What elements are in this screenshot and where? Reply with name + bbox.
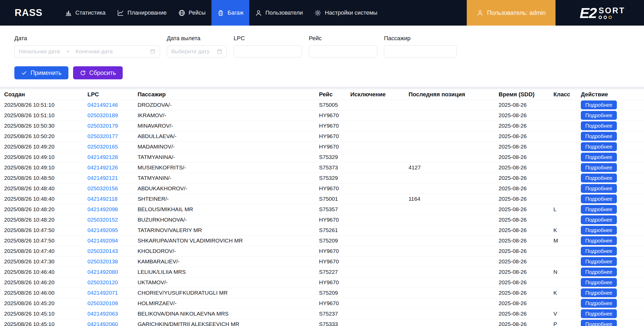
passenger-field: Пассажир [384, 35, 457, 57]
reset-icon [80, 70, 86, 76]
cell-exception [350, 110, 409, 121]
details-button[interactable]: Подробнее [581, 278, 617, 287]
cell-passenger: MUSIENKOFRITS/- [138, 162, 319, 173]
calendar-icon [217, 49, 222, 54]
lpc-link[interactable]: 0421492071 [87, 290, 118, 296]
flight-input[interactable] [309, 45, 377, 57]
details-button[interactable]: Подробнее [581, 288, 617, 297]
nav-item-planning[interactable]: Планирование [111, 0, 172, 26]
details-button[interactable]: Подробнее [581, 247, 617, 256]
column-header-action: Действие [581, 89, 644, 100]
top-nav: RASS Статистика Планирование Рейсы Багаж… [0, 0, 644, 26]
column-header-class: Класс [553, 89, 581, 100]
lpc-link[interactable]: 0250320156 [87, 185, 118, 191]
column-header-lpc: LPC [87, 89, 138, 100]
user-button[interactable]: Пользователь: admin [467, 0, 556, 26]
lpc-link[interactable]: 0421492146 [87, 102, 118, 108]
details-button[interactable]: Подробнее [581, 268, 617, 276]
cell-passenger: BUZURKHONOVA/- [138, 215, 319, 225]
lpc-link[interactable]: 0421492098 [87, 206, 118, 212]
lpc-link[interactable]: 0250320109 [87, 300, 118, 306]
details-button[interactable]: Подробнее [581, 320, 617, 326]
details-button[interactable]: Подробнее [581, 100, 617, 109]
lpc-link[interactable]: 0421492128 [87, 154, 118, 160]
lpc-link[interactable]: 0421492094 [87, 238, 118, 244]
cell-created: 2025/08/26 10:48:40 [0, 183, 87, 194]
reset-button[interactable]: Сбросить [73, 66, 123, 79]
passenger-input[interactable] [384, 45, 457, 57]
details-button[interactable]: Подробнее [581, 111, 617, 120]
cell-passenger: KHOLDOROV/- [138, 246, 319, 256]
details-button[interactable]: Подробнее [581, 205, 617, 214]
details-button[interactable]: Подробнее [581, 194, 617, 203]
details-button[interactable]: Подробнее [581, 121, 617, 130]
lpc-link[interactable]: 0421492080 [87, 269, 118, 275]
cell-flight: S75209 [319, 288, 350, 298]
nav-item-baggage[interactable]: Багаж [211, 0, 249, 26]
details-button[interactable]: Подробнее [581, 132, 617, 141]
departure-date-label: Дата вылета [167, 35, 227, 42]
cell-last-position [409, 110, 499, 121]
table-row: 2025/08/26 10:47:40 0250320143 KHOLDOROV… [0, 246, 644, 256]
details-button[interactable]: Подробнее [581, 184, 617, 193]
cell-created: 2025/08/26 10:48:40 [0, 194, 87, 204]
cell-created: 2025/08/26 10:45:20 [0, 298, 87, 309]
details-button[interactable]: Подробнее [581, 226, 617, 235]
lpc-input[interactable] [234, 45, 302, 57]
lpc-link[interactable]: 0250320179 [87, 123, 118, 129]
lpc-link[interactable]: 0250320189 [87, 112, 118, 118]
details-button[interactable]: Подробнее [581, 299, 617, 308]
cell-exception [350, 152, 409, 162]
cell-class [553, 194, 581, 204]
cell-class [553, 100, 581, 110]
lpc-link[interactable]: 0250320143 [87, 248, 118, 254]
cell-time-sdd: 2025-08-26 [499, 288, 553, 298]
cell-class [553, 162, 581, 173]
lpc-link[interactable]: 0421492126 [87, 164, 118, 170]
cell-created: 2025/08/26 10:48:20 [0, 204, 87, 215]
cell-last-position [409, 235, 499, 246]
lpc-link[interactable]: 0421492118 [87, 196, 117, 202]
lpc-link[interactable]: 0250320120 [87, 279, 118, 285]
lpc-link[interactable]: 0421492063 [87, 311, 118, 317]
lpc-link[interactable]: 0250320152 [87, 217, 118, 223]
luggage-icon [217, 9, 224, 16]
lpc-link[interactable]: 0250320177 [87, 133, 118, 139]
details-button[interactable]: Подробнее [581, 236, 617, 245]
lpc-link[interactable]: 0421492095 [87, 227, 118, 233]
details-button[interactable]: Подробнее [581, 163, 617, 172]
table-row: 2025/08/26 10:47:50 0421492095 TATARINOV… [0, 225, 644, 235]
cell-exception [350, 215, 409, 225]
departure-date-picker[interactable]: Выберите дату [167, 45, 227, 57]
lpc-link[interactable]: 0250320165 [87, 144, 118, 150]
lpc-link[interactable]: 0421492121 [87, 175, 118, 181]
apply-button[interactable]: Применить [14, 66, 68, 79]
details-button[interactable]: Подробнее [581, 309, 617, 318]
details-button[interactable]: Подробнее [581, 153, 617, 162]
cell-time-sdd: 2025-08-26 [499, 215, 553, 225]
cell-passenger: BELIKOVA/DINA NIKOLAEVNA MRS [138, 309, 319, 319]
nav-item-flights[interactable]: Рейсы [173, 0, 211, 26]
table-row: 2025/08/26 10:51:10 0421492146 DROZDOVA/… [0, 100, 644, 110]
date-range-picker[interactable]: Начальная дата Конечная дата [14, 45, 160, 57]
details-button[interactable]: Подробнее [581, 215, 617, 224]
cell-exception [350, 121, 409, 131]
nav-item-system-settings[interactable]: Настройки системы [309, 0, 383, 26]
details-button[interactable]: Подробнее [581, 142, 617, 151]
details-button[interactable]: Подробнее [581, 174, 617, 182]
apply-button-label: Применить [31, 69, 62, 76]
nav-items: Статистика Планирование Рейсы Багаж Поль… [59, 0, 383, 26]
nav-item-users[interactable]: Пользователи [249, 0, 309, 26]
cell-time-sdd: 2025-08-26 [499, 121, 553, 131]
reset-button-label: Сбросить [89, 69, 116, 76]
cell-flight: HY9670 [319, 246, 350, 256]
cell-class [553, 277, 581, 288]
cell-created: 2025/08/26 10:49:10 [0, 162, 87, 173]
lpc-link[interactable]: 0250320138 [87, 258, 118, 264]
nav-item-statistics[interactable]: Статистика [59, 0, 111, 26]
cell-flight: S75373 [319, 162, 350, 173]
cell-created: 2025/08/26 10:51:10 [0, 110, 87, 121]
lpc-link[interactable]: 0421492060 [87, 321, 118, 326]
cell-flight: HY9670 [319, 215, 350, 225]
details-button[interactable]: Подробнее [581, 257, 617, 266]
